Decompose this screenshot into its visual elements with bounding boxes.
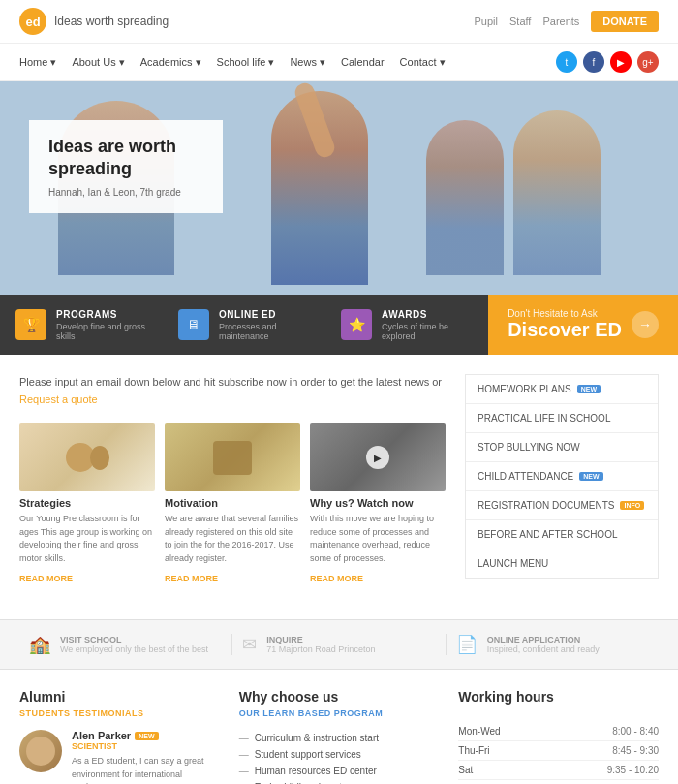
feature-programs: 🏆 PROGRAMS Develop fine and gross skills xyxy=(0,295,163,355)
info-application-text: ONLINE APPLICATION Inspired, confident a… xyxy=(487,635,600,654)
card-motivation-readmore[interactable]: READ MORE xyxy=(165,574,218,583)
nav-contact[interactable]: Contact ▾ xyxy=(400,56,446,69)
sidebar-practical-label: PRACTICAL LIFE IN SCHOOL xyxy=(478,413,610,423)
alumni-subtitle: STUDENTS TESTIMONIALS xyxy=(19,708,220,718)
bottom-section: Alumni STUDENTS TESTIMONIALS Alen Parker… xyxy=(0,670,678,784)
cta-title: Discover ED xyxy=(508,319,622,341)
info-visit[interactable]: 🏫 VISIT SCHOOL We employed only the best… xyxy=(19,634,232,655)
sidebar-homework[interactable]: HOMEWORK PLANS NEW xyxy=(466,375,658,404)
twitter-icon[interactable]: t xyxy=(556,51,577,73)
cta-pre-text: Don't Hesitate to Ask xyxy=(508,308,622,319)
working-hours-title: Working hours xyxy=(458,689,659,705)
sidebar-attendance-badge: NEW xyxy=(579,472,602,481)
card-why-title: Why us? Watch now xyxy=(310,497,446,509)
social-icons: t f ▶ g+ xyxy=(556,51,659,73)
logo: ed Ideas worth spreading xyxy=(19,8,169,35)
sidebar-documents-badge: INFO xyxy=(620,501,644,510)
nav-about[interactable]: About Us ▾ xyxy=(72,56,124,69)
feature-online-ed: 🖥 ONLINE ED Processes and maintenance xyxy=(163,295,325,355)
sidebar-launch[interactable]: LAUNCH MENU xyxy=(466,549,658,578)
facebook-icon[interactable]: f xyxy=(583,51,604,73)
sidebar-bullying[interactable]: STOP BULLYING NOW xyxy=(466,433,658,462)
alumni-item-alen: Alen Parker NEW SCIENTIST As a ED studen… xyxy=(19,730,220,784)
alumni-title: Alumni xyxy=(19,689,220,705)
why-choose-column: Why choose us OUR LEARN BASED PROGRAM — … xyxy=(239,689,440,784)
info-visit-text: VISIT SCHOOL We employed only the best o… xyxy=(60,635,208,654)
alen-desc: As a ED student, I can say a great envir… xyxy=(72,755,220,784)
sidebar-menu: HOMEWORK PLANS NEW PRACTICAL LIFE IN SCH… xyxy=(465,374,659,579)
card-strategies-title: Strategies xyxy=(19,497,155,509)
feature-programs-desc: Develop fine and gross skills xyxy=(56,322,147,341)
google-icon[interactable]: g+ xyxy=(637,51,659,73)
card-why-readmore[interactable]: READ MORE xyxy=(310,574,363,583)
sidebar-attendance[interactable]: CHILD ATTENDANCE NEW xyxy=(466,462,658,491)
hero-subtitle: Hannah, Ian & Leon, 7th grade xyxy=(48,187,203,198)
logo-icon: ed xyxy=(19,8,46,35)
pupil-link[interactable]: Pupil xyxy=(475,16,498,27)
cta-text: Don't Hesitate to Ask Discover ED xyxy=(508,308,622,341)
info-visit-title: VISIT SCHOOL xyxy=(60,635,208,644)
hours-row-thufri: Thu-Fri 8:45 - 9:30 xyxy=(458,741,659,761)
why-item-2: — Human resources ED center xyxy=(239,763,440,779)
cta-arrow-icon[interactable]: → xyxy=(632,311,659,338)
features-bar: 🏆 PROGRAMS Develop fine and gross skills… xyxy=(0,295,678,355)
feature-programs-text: PROGRAMS Develop fine and gross skills xyxy=(56,309,147,341)
cta-bar[interactable]: Don't Hesitate to Ask Discover ED → xyxy=(488,295,678,355)
feature-awards-text: AWARDS Cycles of time be explored xyxy=(382,309,473,341)
sidebar-launch-label: LAUNCH MENU xyxy=(478,558,548,569)
why-item-0: — Curriculum & instruction start xyxy=(239,730,440,746)
card-strategies-readmore[interactable]: READ MORE xyxy=(19,574,73,583)
sidebar-documents[interactable]: REGISTRATION DOCUMENTS INFO xyxy=(466,491,658,520)
why-item-3: — Early childhood center xyxy=(239,779,440,784)
sidebar-before-after[interactable]: BEFORE AND AFTER SCHOOL xyxy=(466,520,658,549)
top-bar: ed Ideas worth spreading Pupil Staff Par… xyxy=(0,0,678,44)
card-motivation-image xyxy=(165,423,300,491)
nav-calendar[interactable]: Calendar xyxy=(341,56,385,69)
time-monwed: 8:00 - 8:40 xyxy=(612,726,659,737)
info-inquire-title: INQUIRE xyxy=(266,635,375,644)
info-inquire[interactable]: ✉ INQUIRE 71 Majorton Road Princeton xyxy=(232,634,446,655)
why-item-1: — Student support services xyxy=(239,746,440,763)
cards-container: Strategies Our Young Pre classroom is fo… xyxy=(19,423,446,584)
alen-info: Alen Parker NEW SCIENTIST As a ED studen… xyxy=(72,730,220,784)
nav-academics[interactable]: Academics ▾ xyxy=(140,56,201,69)
info-application-sub: Inspired, confident and ready xyxy=(487,644,600,654)
top-links: Pupil Staff Parents DONATE xyxy=(475,11,659,32)
day-monwed: Mon-Wed xyxy=(458,726,500,737)
hours-row-monwed: Mon-Wed 8:00 - 8:40 xyxy=(458,722,659,741)
youtube-icon[interactable]: ▶ xyxy=(610,51,632,73)
nav-links: Home ▾ About Us ▾ Academics ▾ School lif… xyxy=(19,56,446,69)
donate-button[interactable]: DONATE xyxy=(591,11,659,32)
info-application-title: ONLINE APPLICATION xyxy=(487,635,600,644)
nav-news[interactable]: News ▾ xyxy=(290,56,325,69)
play-button[interactable]: ▶ xyxy=(366,446,389,469)
feature-awards-title: AWARDS xyxy=(382,309,473,320)
info-inquire-text: INQUIRE 71 Majorton Road Princeton xyxy=(266,635,375,654)
info-application[interactable]: 📄 ONLINE APPLICATION Inspired, confident… xyxy=(447,634,659,655)
card-why-desc: With this move we are hoping to reduce s… xyxy=(310,513,446,565)
feature-awards-desc: Cycles of time be explored xyxy=(382,322,473,341)
card-why-image: ▶ xyxy=(310,423,446,491)
programs-icon: 🏆 xyxy=(15,309,46,340)
request-quote-link[interactable]: Request a quote xyxy=(19,393,98,405)
info-bar: 🏫 VISIT SCHOOL We employed only the best… xyxy=(0,619,678,670)
hero-section: Ideas are worth spreading Hannah, Ian & … xyxy=(0,81,678,295)
sidebar-documents-label: REGISTRATION DOCUMENTS xyxy=(478,500,614,511)
sidebar-homework-badge: NEW xyxy=(577,385,601,393)
info-visit-sub: We employed only the best of the best xyxy=(60,644,208,654)
card-motivation-title: Motivation xyxy=(165,497,300,509)
online-ed-icon: 🖥 xyxy=(178,309,209,340)
sidebar-practical[interactable]: PRACTICAL LIFE IN SCHOOL xyxy=(466,404,658,433)
time-thufri: 8:45 - 9:30 xyxy=(612,745,659,756)
hours-row-sat: Sat 9:35 - 10:20 xyxy=(458,761,659,780)
alen-badge: NEW xyxy=(135,732,158,740)
nav-home[interactable]: Home ▾ xyxy=(19,56,56,69)
main-section: Please input an email down below and hit… xyxy=(0,355,678,619)
nav-school-life[interactable]: School life ▾ xyxy=(217,56,275,69)
parents-link[interactable]: Parents xyxy=(542,16,579,27)
alen-avatar xyxy=(19,730,62,772)
hours-row-holidays: Holidays 10:40 - 11:20 xyxy=(458,780,659,784)
time-sat: 9:35 - 10:20 xyxy=(607,765,659,775)
hero-title: Ideas are worth spreading xyxy=(48,136,203,181)
staff-link[interactable]: Staff xyxy=(509,16,531,27)
